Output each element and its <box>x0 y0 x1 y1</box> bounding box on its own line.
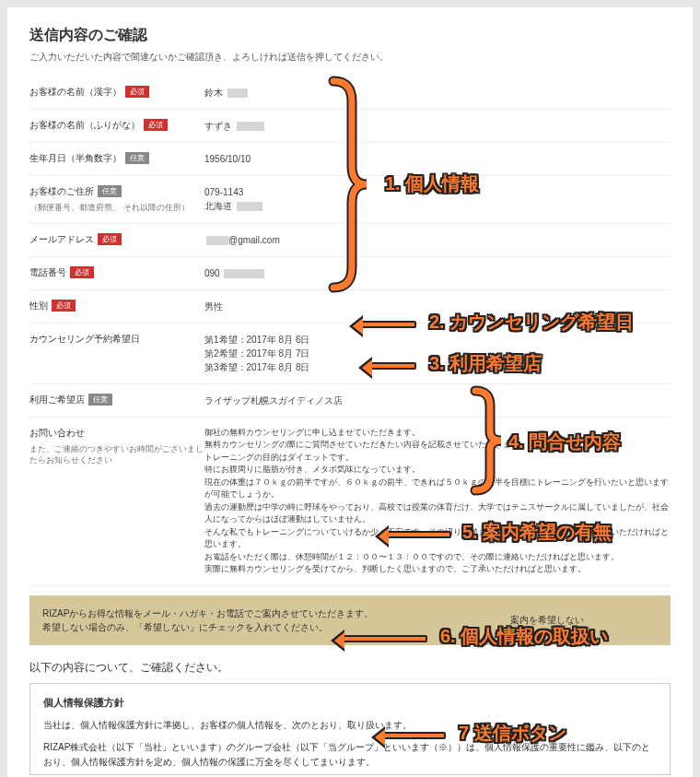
row-store: 利用ご希望店任意 ライザップ札幌スガイディノス店 <box>29 384 671 418</box>
opt-value: 案内を希望しない <box>510 614 658 627</box>
annotation-arrow-3 <box>368 362 416 370</box>
required-badge: 必須 <box>125 86 149 98</box>
value: すずき <box>204 119 671 133</box>
optional-badge: 任意 <box>88 394 112 406</box>
label: 利用ご希望店 <box>29 394 85 406</box>
annotation-brace-4 <box>470 385 507 500</box>
row-inquiry: お問い合わせ また、ご連絡のつきやすいお時間がございましたらお知らせください 御… <box>29 418 671 586</box>
policy-title: 個人情報保護方針 <box>43 695 657 712</box>
value: 1956/10/10 <box>204 152 671 166</box>
annotation-arrow-6 <box>341 635 427 642</box>
label: お客様の名前（漢字） <box>29 86 122 99</box>
optional-badge: 任意 <box>98 185 122 197</box>
value: @gmail.com <box>204 233 671 247</box>
annotation-brace-1 <box>326 74 372 299</box>
optional-badge: 任意 <box>125 152 149 164</box>
page-subtitle: ご入力いただいた内容で間違ないかご確認頂き、よろしければ送信を押してください。 <box>29 51 671 64</box>
value: ライザップ札幌スガイディノス店 <box>204 394 671 407</box>
opt-text: RIZAPからお得な情報をメール・ハガキ・お電話でご案内させていただきます。 希… <box>42 606 510 634</box>
label: 生年月日（半角数字） <box>29 152 122 165</box>
page-title: 送信内容のご確認 <box>29 26 671 45</box>
policy-p1: 当社は、個人情報保護方針に準拠し、お客様の個人情報を、次のとおり、取り扱います。 <box>43 718 657 733</box>
value: 男性 <box>204 300 671 313</box>
label: 性別 <box>29 300 48 312</box>
required-badge: 必須 <box>70 266 94 278</box>
label: メールアドレス <box>29 233 94 246</box>
label-note: また、ご連絡のつきやすいお時間がございましたらお知らせください <box>29 443 204 466</box>
label: お客様のご住所 <box>29 185 94 198</box>
privacy-policy-box[interactable]: 個人情報保護方針 当社は、個人情報保護方針に準拠し、お客様の個人情報を、次のとお… <box>29 683 671 775</box>
label: お問い合わせ <box>29 428 85 438</box>
required-badge: 必須 <box>98 233 122 245</box>
label: 電話番号 <box>29 266 66 279</box>
annotation-arrow-5 <box>385 531 451 538</box>
annotation-arrow-2 <box>359 321 416 328</box>
required-badge: 必須 <box>144 119 168 131</box>
value: 第1希望：2017年 8月 6日 第2希望：2017年 8月 7日 第3希望：2… <box>204 333 671 374</box>
label-sub: （郵便番号、都道府県、 それ以降の住所） <box>29 202 204 214</box>
required-badge: 必須 <box>52 300 76 312</box>
label: お客様の名前（ふりがな） <box>29 119 140 132</box>
value: 090 <box>204 266 671 280</box>
policy-p2: RIZAP株式会社（以下「当社」といいます）のグループ会社（以下「当グループ」と… <box>43 740 657 770</box>
confirm-title: 以下の内容について、ご確認ください。 <box>29 660 671 676</box>
value: 御社の無料カウンセリングに申し込ませていただきます。 無料カウンセリングの際にご… <box>204 427 671 576</box>
label: カウンセリング予約希望日 <box>29 333 140 346</box>
value: 079-1143 北海道 <box>204 185 671 213</box>
annotation-arrow-7 <box>381 732 446 739</box>
value: 鈴木 <box>204 86 671 100</box>
